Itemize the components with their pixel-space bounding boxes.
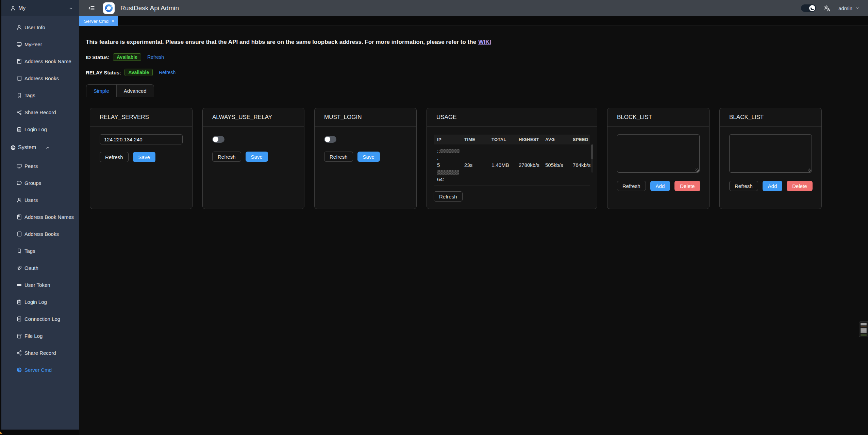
relay-servers-refresh-button[interactable]: Refresh — [100, 152, 129, 162]
sidebar-item-connection-log[interactable]: Connection Log — [1, 310, 79, 327]
sidebar-item-label: Address Books — [24, 231, 59, 237]
always-use-relay-save-button[interactable]: Save — [246, 152, 268, 162]
usage-table: IP TIME TOTAL HIGHEST AVG SPEED ::. 5 64… — [434, 135, 590, 186]
sidebar-item-label: Address Book Name — [24, 58, 71, 64]
monitor-icon — [16, 41, 22, 47]
tab-simple[interactable]: Simple — [86, 84, 117, 97]
sidebar-item-label: Oauth — [24, 265, 38, 271]
overlay-widget-bar — [861, 329, 867, 330]
user-icon — [16, 197, 22, 203]
sidebar-item-address-books-2[interactable]: Address Books — [1, 225, 79, 242]
overlay-widget-bar — [861, 324, 867, 325]
black-list-textarea[interactable] — [729, 134, 812, 173]
translate-icon[interactable] — [823, 4, 831, 12]
app-title: RustDesk Api Admin — [120, 4, 179, 12]
block-list-refresh-button[interactable]: Refresh — [617, 181, 646, 191]
id-status-refresh-link[interactable]: Refresh — [147, 54, 164, 60]
sidebar-item-address-book-name[interactable]: Address Book Name — [1, 53, 79, 70]
share-icon — [16, 109, 22, 115]
sidebar-item-share-record-2[interactable]: Share Record — [1, 344, 79, 361]
table-scrollbar[interactable] — [591, 144, 593, 173]
card-title: ALWAYS_USE_RELAY — [203, 108, 304, 127]
sidebar-item-oauth[interactable]: Oauth — [1, 259, 79, 276]
sidebar-item-user-info[interactable]: User Info — [1, 19, 79, 36]
usage-table-header: IP TIME TOTAL HIGHEST AVG SPEED — [434, 135, 590, 144]
user-icon — [16, 24, 22, 30]
must-login-save-button[interactable]: Save — [357, 152, 380, 162]
theme-toggle[interactable] — [801, 4, 816, 12]
overlay-widget-bar — [861, 330, 867, 331]
clipboard-icon — [16, 299, 22, 305]
chevron-up-icon[interactable] — [68, 6, 73, 11]
sidebar-item-share-record[interactable]: Share Record — [1, 104, 79, 121]
overlay-widget-bar — [861, 323, 867, 324]
sidebar-item-login-log[interactable]: Login Log — [1, 121, 79, 138]
block-list-textarea[interactable] — [617, 134, 700, 173]
usage-table-row: ::. 5 64: 23s 1.40MB 2780kb/s 505kb/s 76… — [434, 144, 590, 186]
always-use-relay-refresh-button[interactable]: Refresh — [212, 152, 241, 162]
main-content: This feature is experimental. Please ens… — [79, 26, 868, 435]
must-login-refresh-button[interactable]: Refresh — [324, 152, 353, 162]
sidebar-item-tags-2[interactable]: Tags — [1, 242, 79, 259]
card-usage: USAGE IP TIME TOTAL HIGHEST AVG SPEED ::… — [427, 108, 597, 209]
user-menu[interactable]: admin — [838, 5, 860, 11]
black-list-refresh-button[interactable]: Refresh — [729, 181, 758, 191]
link-icon — [16, 265, 22, 271]
sidebar-item-label: User Token — [24, 282, 50, 288]
must-login-toggle[interactable] — [324, 136, 336, 143]
sidebar-item-file-log[interactable]: File Log — [1, 327, 79, 344]
sidebar-item-label: Login Log — [24, 126, 47, 132]
card-title: USAGE — [427, 108, 597, 127]
sidebar-group-system[interactable]: System — [1, 138, 79, 157]
bookmark-icon — [16, 248, 22, 254]
black-list-delete-button[interactable]: Delete — [787, 181, 812, 191]
settings-cards: RELAY_SERVERS Refresh Save ALWAYS_USE_RE… — [90, 108, 822, 209]
theme-toggle-knob — [809, 5, 815, 11]
sidebar-group-my[interactable]: My — [1, 0, 79, 16]
overlay-widget[interactable] — [859, 321, 868, 337]
black-list-add-button[interactable]: Add — [763, 181, 783, 191]
sidebar-item-users[interactable]: Users — [1, 191, 79, 208]
id-status-row: ID Status: Available Refresh — [86, 53, 164, 61]
cell-speed: 764kb/s — [569, 144, 591, 186]
id-status-label: ID Status: — [86, 54, 110, 60]
usage-refresh-button[interactable]: Refresh — [434, 191, 463, 202]
sidebar: My User Info MyPeer Address Book Name Ad… — [1, 0, 79, 430]
block-list-delete-button[interactable]: Delete — [674, 181, 700, 191]
user-icon — [10, 5, 16, 11]
sidebar-item-mypeer[interactable]: MyPeer — [1, 36, 79, 53]
sidebar-item-address-books[interactable]: Address Books — [1, 70, 79, 87]
relay-servers-input[interactable] — [100, 134, 183, 144]
sidebar-item-label: File Log — [24, 333, 43, 339]
chevron-up-icon[interactable] — [45, 145, 51, 151]
always-use-relay-toggle[interactable] — [212, 136, 224, 143]
sidebar-item-label: Tags — [24, 248, 35, 254]
menu-fold-icon[interactable] — [88, 5, 95, 12]
relay-status-label: RELAY Status: — [86, 70, 121, 75]
scrollbar-thumb[interactable] — [591, 144, 593, 159]
wiki-link[interactable]: WIKI — [478, 39, 491, 45]
share-icon — [16, 350, 22, 356]
tab-advanced[interactable]: Advanced — [117, 84, 154, 97]
sidebar-item-login-log-2[interactable]: Login Log — [1, 293, 79, 310]
relay-status-refresh-link[interactable]: Refresh — [159, 70, 176, 75]
column-header-time: TIME — [461, 135, 488, 144]
sidebar-menu: User Info MyPeer Address Book Name Addre… — [1, 19, 79, 378]
sidebar-item-label: MyPeer — [24, 41, 42, 47]
card-title: BLACK_LIST — [720, 108, 821, 127]
column-header-total: TOTAL — [488, 135, 515, 144]
sidebar-item-groups[interactable]: Groups — [1, 174, 79, 191]
sidebar-item-label: Peers — [24, 163, 38, 169]
sidebar-item-label: User Info — [24, 24, 45, 30]
sidebar-item-user-token[interactable]: User Token — [1, 276, 79, 293]
column-header-ip: IP — [434, 135, 461, 144]
sidebar-item-peers[interactable]: Peers — [1, 157, 79, 174]
sidebar-item-address-book-names[interactable]: Address Book Names — [1, 208, 79, 225]
sidebar-item-tags[interactable]: Tags — [1, 87, 79, 104]
close-icon[interactable]: × — [112, 19, 114, 23]
sidebar-item-server-cmd[interactable]: Server Cmd — [1, 361, 79, 378]
relay-servers-save-button[interactable]: Save — [133, 152, 155, 162]
ip-line-2: 5 — [437, 161, 461, 176]
block-list-add-button[interactable]: Add — [650, 181, 670, 191]
doc-tab-server-cmd[interactable]: Server Cmd × — [79, 16, 118, 26]
